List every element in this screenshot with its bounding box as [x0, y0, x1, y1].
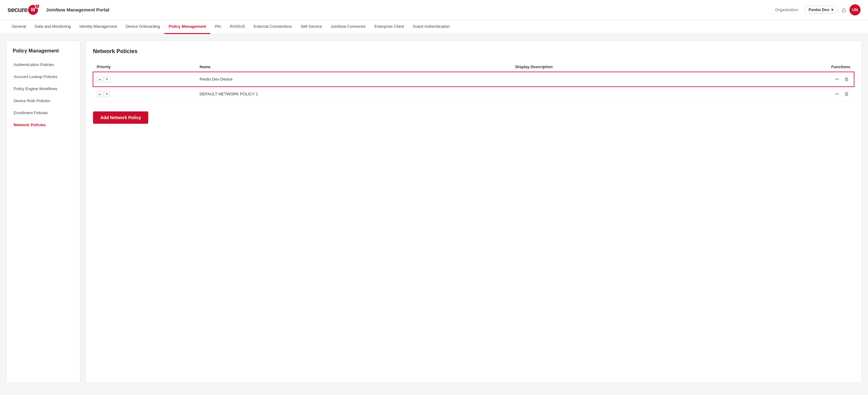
content-area: Network Policies Priority Name Display D…	[85, 40, 862, 383]
nav-item-self-service[interactable]: Self Service	[296, 20, 326, 34]
sidebar: Policy Management Authentication Policie…	[6, 40, 80, 383]
nav-item-data-monitoring[interactable]: Data and Monitoring	[30, 20, 75, 34]
arrow-up-1[interactable]: ▲	[97, 76, 103, 83]
logo-text-before: secure	[7, 6, 28, 14]
logo: secure W 2	[7, 5, 39, 15]
row2-name: DEFAULT NETWORK POLICY 1	[196, 87, 512, 101]
arrow-up-2[interactable]: ▲	[97, 91, 103, 97]
row1-priority: ▲ ▼	[93, 72, 196, 87]
edit-button-1[interactable]: ✏	[834, 75, 840, 83]
nav-item-guest-authentication[interactable]: Guest Authentication	[408, 20, 454, 34]
row2-priority: ▲ ▼	[93, 87, 196, 101]
delete-button-1[interactable]: 🗑	[843, 75, 850, 83]
priority-arrows-1: ▲ ▼	[97, 76, 192, 83]
sidebar-item-device-role-policies[interactable]: Device Role Policies	[6, 95, 80, 107]
arrow-down-2[interactable]: ▼	[104, 91, 110, 97]
nav-item-identity-management[interactable]: Identity Management	[75, 20, 121, 34]
portal-title: JoinNow Management Portal	[46, 7, 110, 12]
col-name: Name	[196, 62, 512, 72]
sidebar-item-authentication-policies[interactable]: Authentication Policies	[6, 59, 80, 71]
nav-item-radius[interactable]: RADIUS	[225, 20, 249, 34]
org-name: Pentio Dev	[809, 7, 829, 12]
col-display-description: Display Description	[512, 62, 727, 72]
arrow-down-1[interactable]: ▼	[104, 76, 110, 83]
add-network-policy-button[interactable]: Add Network Policy	[93, 111, 148, 124]
row2-functions: ✏ 🗑	[726, 87, 854, 101]
row1-functions: ✏ 🗑	[726, 72, 854, 87]
table-row: ▲ ▼ DEFAULT NETWORK POLICY 1 ✏ 🗑	[93, 87, 854, 101]
org-dropdown[interactable]: Pentio Dev ▾	[804, 6, 838, 13]
network-policies-table: Priority Name Display Description Functi…	[93, 62, 854, 101]
sidebar-item-account-lookup-policies[interactable]: Account Lookup Policies	[6, 71, 80, 83]
sidebar-item-policy-engine-workflows[interactable]: Policy Engine Workflows	[6, 83, 80, 95]
main-layout: Policy Management Authentication Policie…	[0, 34, 868, 389]
table-row: ▲ ▼ Pentio Dev Device ✏ 🗑	[93, 72, 854, 87]
nav-item-enterprise-client[interactable]: Enterprise Client	[370, 20, 408, 34]
row1-func-buttons: ✏ 🗑	[730, 75, 850, 83]
row2-description	[512, 87, 727, 101]
nav-item-pki[interactable]: PKI	[210, 20, 225, 34]
nav-item-external-connections[interactable]: External Connections	[250, 20, 297, 34]
org-section: Organization : Pentio Dev ▾ ⌂ UN	[775, 4, 861, 15]
row1-description	[512, 72, 727, 87]
sidebar-title: Policy Management	[6, 46, 80, 59]
nav-item-device-onboarding[interactable]: Device Onboarding	[121, 20, 164, 34]
nav-item-policy-management[interactable]: Policy Management	[164, 20, 210, 34]
org-label: Organization :	[775, 7, 800, 12]
header: secure W 2 JoinNow Management Portal Org…	[0, 0, 868, 20]
content-title: Network Policies	[93, 48, 854, 55]
chevron-down-icon: ▾	[831, 7, 833, 12]
row2-func-buttons: ✏ 🗑	[730, 90, 850, 98]
sidebar-item-enrollment-policies[interactable]: Enrollment Policies	[6, 107, 80, 119]
row1-name: Pentio Dev Device	[196, 72, 512, 87]
user-avatar[interactable]: UN	[849, 4, 861, 15]
sidebar-item-network-policies[interactable]: Network Policies	[6, 119, 80, 131]
priority-arrows-2: ▲ ▼	[97, 91, 192, 97]
main-nav: General Data and Monitoring Identity Man…	[0, 20, 868, 34]
col-priority: Priority	[93, 62, 196, 72]
logo-w-badge: W 2	[28, 5, 38, 15]
delete-button-2[interactable]: 🗑	[843, 90, 850, 98]
home-icon[interactable]: ⌂	[842, 6, 846, 14]
edit-button-2[interactable]: ✏	[834, 90, 840, 98]
nav-item-general[interactable]: General	[7, 20, 30, 34]
col-functions: Functions	[726, 62, 854, 72]
nav-item-joinnow-connector[interactable]: JoinNow Connector	[326, 20, 370, 34]
logo-badge: 2	[35, 4, 40, 9]
